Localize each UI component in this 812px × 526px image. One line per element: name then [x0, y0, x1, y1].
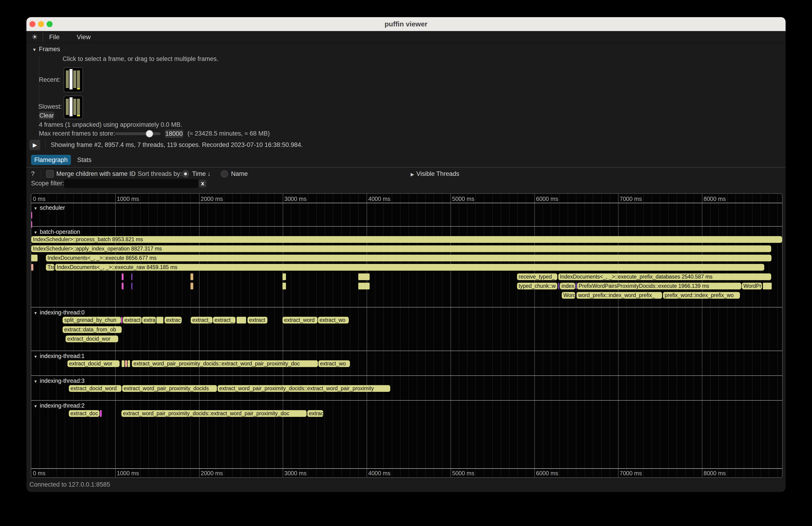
scope-bar[interactable]: extract::data_from_ob [62, 326, 122, 333]
scope-bar[interactable]: Word [562, 292, 575, 299]
merge-children-checkbox[interactable] [46, 170, 54, 178]
theme-toggle-icon[interactable]: ☀ [31, 31, 38, 43]
radio-time[interactable] [182, 170, 189, 177]
scope-bar[interactable]: extract_wo [318, 317, 349, 323]
scope-bar[interactable] [131, 274, 132, 280]
scope-bar[interactable] [122, 360, 125, 367]
scope-bar[interactable]: extract_ [213, 317, 235, 323]
thread-header-batch-operation[interactable]: ▼batch-operation [32, 229, 82, 236]
radio-name[interactable] [221, 170, 228, 177]
axis-tick-label: 3000 ms [284, 195, 307, 202]
scope-bar[interactable] [31, 255, 38, 261]
axis-tick-label: 3000 ms [284, 470, 307, 477]
scope-bar[interactable]: split_grenad_by_chun [62, 317, 121, 323]
axis-tick-label: 7000 ms [620, 195, 642, 202]
scope-bar[interactable] [358, 274, 369, 280]
scope-bar[interactable]: extract_word_pair_proximity_docids::extr… [132, 360, 318, 367]
scope-bar[interactable] [763, 283, 772, 289]
scope-bar[interactable]: extract_word_pair_proximity_docids::extr… [218, 385, 390, 392]
scope-bar[interactable]: extract_docid_wor [68, 360, 119, 367]
scope-bar[interactable]: IndexDocuments<_, _>::execute_raw 8459.1… [55, 264, 764, 271]
scope-bar[interactable]: extract_docid_word [69, 385, 121, 392]
tab-stats[interactable]: Stats [74, 155, 95, 165]
slowest-label: Slowest: [38, 103, 62, 110]
axis-tick-label: 4000 ms [368, 195, 390, 202]
scope-bar[interactable] [121, 317, 122, 323]
scope-bar[interactable]: extract [247, 317, 267, 323]
thread-divider [31, 400, 782, 401]
collapse-icon: ▼ [33, 354, 38, 359]
scope-bar[interactable]: extract_ [191, 317, 213, 323]
scope-bar[interactable] [31, 264, 33, 271]
scope-bar[interactable]: IndexScheduler>::process_batch 8953.821 … [31, 236, 782, 243]
scope-bar[interactable]: extract_word [282, 317, 318, 323]
scope-bar[interactable] [122, 283, 124, 289]
scope-bar[interactable]: extra [142, 317, 156, 323]
thread-header-indexing-thread-1[interactable]: ▼indexing-thread:1 [32, 353, 86, 360]
scope-bar[interactable] [31, 221, 32, 228]
scope-bar[interactable]: extrac [164, 317, 182, 323]
menu-bar: ☀ FileView [26, 31, 786, 43]
scope-bar[interactable]: extract_docid_wor [66, 336, 118, 342]
radio-dot [184, 172, 187, 175]
help-button[interactable]: ? [31, 170, 34, 177]
scope-bar[interactable]: extrac [307, 410, 323, 417]
clear-button[interactable]: Clear [39, 112, 54, 119]
scope-bar[interactable]: word_prefix::index_word_prefix_ [577, 292, 662, 299]
scope-bar[interactable] [190, 283, 193, 289]
scope-bar[interactable] [131, 283, 132, 289]
scope-bar[interactable]: Trans [46, 264, 55, 271]
scope-bar[interactable]: IndexScheduler>::apply_index_operation 8… [31, 245, 771, 252]
scope-bar[interactable]: prefix_word::index_prefix_wo [663, 292, 740, 299]
scope-bar[interactable] [558, 283, 559, 289]
scope-bar[interactable] [128, 360, 130, 367]
frame-bar [66, 71, 69, 88]
tab-flamegraph[interactable]: Flamegraph [31, 155, 71, 165]
scope-bar[interactable] [122, 274, 124, 280]
collapse-icon: ▼ [33, 379, 38, 384]
scope-bar[interactable] [576, 283, 577, 289]
max-frames-label: Max recent frames to store: [39, 130, 115, 137]
scope-bar[interactable]: index [560, 283, 575, 289]
axis-tick-label: 7000 ms [620, 470, 642, 477]
scope-bar[interactable]: extract_doc [69, 410, 99, 417]
slowest-frame-thumbnail[interactable] [64, 96, 83, 119]
scope-bar[interactable] [358, 283, 369, 289]
scope-bar[interactable]: PrefixWordPairsProximityDocids::execute … [577, 283, 741, 289]
scope-bar[interactable] [282, 274, 286, 280]
play-button[interactable]: ▶ [29, 140, 40, 150]
thread-header-indexing-thread-2[interactable]: ▼indexing-thread:2 [32, 402, 86, 409]
visible-threads-toggle[interactable]: ▶Visible Threads [411, 170, 459, 177]
scope-bar[interactable] [156, 317, 163, 323]
scope-bar[interactable]: extract [123, 317, 142, 323]
scope-bar[interactable]: IndexDocuments<_, _>::execute 8656.677 m… [46, 255, 771, 261]
thread-header-indexing-thread-0[interactable]: ▼indexing-thread:0 [32, 309, 86, 316]
flamegraph-panel[interactable]: 0 ms0 ms1000 ms1000 ms2000 ms2000 ms3000… [31, 193, 783, 478]
scope-bar[interactable]: extract_word_pair_proximity_docids [122, 385, 217, 392]
scope-bar[interactable] [31, 212, 32, 219]
recent-frame-thumbnail[interactable] [64, 68, 83, 92]
scope-filter-input[interactable] [64, 179, 198, 188]
clear-filter-button[interactable]: x [199, 180, 206, 188]
scope-bar[interactable]: receive_typed_ [517, 274, 557, 280]
menu-item-file[interactable]: File [49, 31, 60, 43]
menu-item-view[interactable]: View [77, 31, 91, 43]
scope-bar[interactable] [190, 274, 193, 280]
scope-bar[interactable]: extract_wo [318, 360, 350, 367]
frames-section-header[interactable]: ▼Frames [32, 46, 60, 53]
slider-knob[interactable] [146, 130, 153, 137]
scope-bar[interactable]: IndexDocuments<_, _>::execute_prefix_dat… [558, 274, 771, 280]
scope-bar[interactable] [125, 360, 127, 367]
max-frames-slider[interactable] [115, 132, 161, 135]
scope-bar[interactable] [236, 317, 246, 323]
scope-bar[interactable]: extract_word_pair_proximity_docids::extr… [121, 410, 307, 417]
scope-bar[interactable]: WordPr [742, 283, 762, 289]
menu-separator [43, 32, 43, 42]
thread-header-scheduler[interactable]: ▼scheduler [32, 204, 67, 211]
scope-bar[interactable] [282, 283, 286, 289]
max-frames-value[interactable]: 18000 [165, 130, 183, 138]
scope-bar[interactable] [100, 410, 102, 417]
thread-header-indexing-thread-3[interactable]: ▼indexing-thread:3 [32, 378, 86, 385]
scope-bar[interactable]: typed_chunk::w [517, 283, 557, 289]
frame-bar [70, 69, 73, 89]
